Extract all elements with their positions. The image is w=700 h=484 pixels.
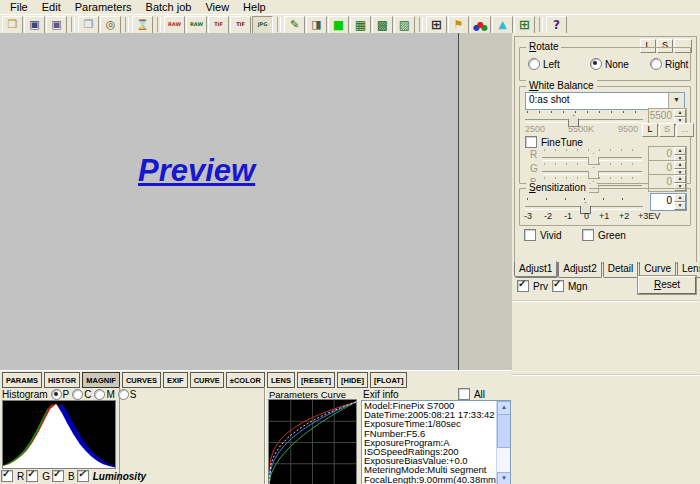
rotate-group: Rotate Left None Right xyxy=(519,47,691,81)
rgb-circles-icon[interactable]: ● xyxy=(470,16,491,34)
grid-window-icon[interactable]: ⊞ xyxy=(514,16,535,34)
mgn-checkbox[interactable]: Mgn xyxy=(552,280,587,292)
menu-help[interactable]: Help xyxy=(236,0,273,14)
cone-icon[interactable]: ▲ xyxy=(492,16,513,34)
open-file-icon[interactable]: ❐ xyxy=(2,16,23,34)
wb-load-save-row: L S ... xyxy=(642,123,694,137)
tab-reset[interactable]: [RESET] xyxy=(297,372,335,388)
tif-file-icon: TIF xyxy=(214,22,223,27)
histogram-mode-c[interactable]: C xyxy=(72,389,91,400)
tif-file-2-icon[interactable]: TIF xyxy=(230,16,251,34)
grid-dots-icon[interactable]: ▨ xyxy=(394,16,415,34)
cone-icon: ▲ xyxy=(498,19,506,30)
tab-magnif[interactable]: MAGNIF xyxy=(82,372,120,388)
menu-edit[interactable]: Edit xyxy=(35,0,68,14)
channel-luminosity-checkbox[interactable]: Luminosity xyxy=(77,470,146,482)
exif-listbox[interactable]: Model:FinePix S7000DateTime:2005:08:21 1… xyxy=(361,400,511,484)
jpg-file-icon[interactable]: JPG xyxy=(252,16,273,34)
histogram-mode-p[interactable]: P xyxy=(51,389,70,400)
bells-icon[interactable]: ⚑ xyxy=(448,16,469,34)
sensitization-spinner[interactable]: 0 ▲▼ xyxy=(650,193,687,211)
exif-line[interactable]: FocalLength:9.00mm(40.38mm as 135) xyxy=(364,475,496,484)
rotate-none-radio[interactable]: None xyxy=(590,58,629,70)
exif-scrollbar[interactable]: ▲ ▼ xyxy=(496,401,510,484)
finetune-r-label: R xyxy=(530,149,537,160)
preview-icon[interactable]: ◎ xyxy=(100,16,121,34)
green-checkbox[interactable]: Green xyxy=(582,229,626,241)
raw-file-icon[interactable]: RAW xyxy=(164,16,185,34)
save-as-icon[interactable]: ▣ xyxy=(46,16,67,34)
scroll-down-icon[interactable]: ▼ xyxy=(497,472,511,484)
reset-button[interactable]: Reset xyxy=(638,276,696,294)
tab-float[interactable]: [FLOAT] xyxy=(370,372,407,388)
sens-scale-0: -3 xyxy=(524,211,532,221)
tab-exif[interactable]: EXIF xyxy=(163,372,188,388)
histogram-channel-toggles: R G B Luminosity xyxy=(1,470,146,482)
spin-up-icon[interactable]: ▲ xyxy=(674,109,686,117)
grid-dots-icon: ▨ xyxy=(399,19,410,31)
sensitization-group-title: Sensitization xyxy=(526,182,589,194)
exif-all-checkbox[interactable]: All xyxy=(458,388,485,400)
scroll-up-icon[interactable]: ▲ xyxy=(497,401,511,415)
tab-lens2[interactable]: LENS xyxy=(267,372,295,388)
tab-adjust2[interactable]: Adjust2 xyxy=(558,262,601,278)
rotate-left-radio[interactable]: Left xyxy=(528,58,560,70)
bells-icon: ⚑ xyxy=(454,19,464,30)
tab-params[interactable]: PARAMS xyxy=(2,372,42,388)
channel-g-checkbox[interactable]: G xyxy=(26,470,50,482)
bottom-dock: PARAMS HISTGR MAGNIF CURVES EXIF CURVE ±… xyxy=(0,370,511,484)
preview-area[interactable]: Preview xyxy=(0,33,459,371)
tab-curve2[interactable]: CURVE xyxy=(190,372,224,388)
sens-scale-6: +3EV xyxy=(638,211,660,221)
white-balance-slider[interactable] xyxy=(525,109,643,125)
batch-job-icon[interactable]: ⌛ xyxy=(132,16,153,34)
channel-r-checkbox[interactable]: R xyxy=(1,470,24,482)
tab-pmcolor[interactable]: ±COLOR xyxy=(226,372,265,388)
tab-curves[interactable]: CURVES xyxy=(122,372,161,388)
dock-tab-bar: PARAMS HISTGR MAGNIF CURVES EXIF CURVE ±… xyxy=(2,372,407,388)
prv-checkbox[interactable]: Prv xyxy=(517,280,548,292)
tif-file-icon[interactable]: TIF xyxy=(208,16,229,34)
spin-up-icon[interactable]: ▲ xyxy=(674,194,686,202)
raw-jpg-convert-icon[interactable]: ◨ xyxy=(306,16,327,34)
green-grid-2-icon[interactable]: ▩ xyxy=(372,16,393,34)
wb-save-button[interactable]: S xyxy=(659,123,675,137)
raw-jpg-convert-icon: ◨ xyxy=(311,19,321,30)
vivid-checkbox[interactable]: Vivid xyxy=(524,229,562,241)
histogram-mode-s[interactable]: S xyxy=(118,389,137,400)
tab-adjust1[interactable]: Adjust1 xyxy=(514,261,557,277)
tab-detail[interactable]: Detail xyxy=(603,262,639,278)
scrollbar-thumb[interactable] xyxy=(497,414,511,448)
menu-parameters[interactable]: Parameters xyxy=(68,0,139,14)
tab-hide[interactable]: [HIDE] xyxy=(337,372,368,388)
copy-icon[interactable]: ❐ xyxy=(78,16,99,34)
tab-histgr[interactable]: HISTGR xyxy=(44,372,80,388)
raw-converter-window: File Edit Parameters Batch job View Help… xyxy=(0,0,700,484)
raw-green-file-icon[interactable]: RAW xyxy=(186,16,207,34)
jpg-file-icon: JPG xyxy=(258,22,268,27)
wb-browse-button[interactable]: ... xyxy=(676,123,694,137)
quad-view-icon[interactable]: ⊞ xyxy=(426,16,447,34)
finetune-g-label: G xyxy=(530,163,538,174)
green-grid-icon[interactable]: ▦ xyxy=(350,16,371,34)
menu-view[interactable]: View xyxy=(198,0,236,14)
channel-b-checkbox[interactable]: B xyxy=(52,470,75,482)
dropdown-arrow-icon[interactable]: ▼ xyxy=(668,93,684,109)
divider xyxy=(512,374,699,376)
green-square-icon[interactable]: ■ xyxy=(328,16,349,34)
copy-icon: ❐ xyxy=(84,19,94,30)
help-icon[interactable]: ? xyxy=(546,16,567,34)
wb-load-button[interactable]: L xyxy=(642,123,658,137)
histogram-mode-m[interactable]: M xyxy=(94,389,114,400)
sensitization-slider[interactable] xyxy=(525,196,643,212)
sensitization-group: Sensitization 0 ▲▼ -3 -2 -1 0 +1 +2 +3EV xyxy=(519,188,691,226)
rotate-right-radio[interactable]: Right xyxy=(650,58,688,70)
menu-file[interactable]: File xyxy=(3,0,35,14)
white-balance-preset-value: 0:as shot xyxy=(526,93,668,109)
edit-pen-icon[interactable]: ✎ xyxy=(284,16,305,34)
menu-batch-job[interactable]: Batch job xyxy=(139,0,199,14)
white-balance-group: White Balance 0:as shot ▼ 5500 ▲▼ 2500 5… xyxy=(519,86,691,184)
open-file-icon: ❐ xyxy=(8,19,18,30)
save-icon[interactable]: ▣ xyxy=(24,16,45,34)
spin-down-icon[interactable]: ▼ xyxy=(674,202,686,210)
